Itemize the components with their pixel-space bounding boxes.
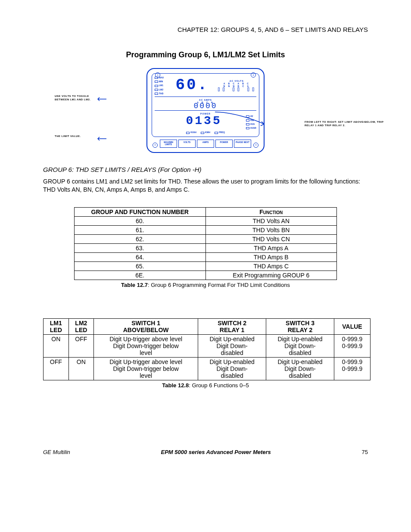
power-led-group: PF KW KVA KVAR <box>246 115 256 130</box>
t2-cell: Digit Up-trigger above levelDigit Down-t… <box>94 357 198 380</box>
amps-display: 0000 <box>155 104 256 109</box>
led-lm1: LM1 <box>155 84 164 87</box>
t1-cell: Exit Programming GROUP 6 <box>206 271 337 280</box>
power-button[interactable]: POWER <box>215 140 233 148</box>
led-kvah: KVAH <box>186 131 196 134</box>
t2-head-1: LM2LED <box>68 318 94 334</box>
caption-rest: : Group 6 Functions 0–5 <box>189 382 249 389</box>
led-freq: FREQ <box>215 131 225 134</box>
table-12-8: LM1LED LM2LED SWITCH 1ABOVE/BELOW SWITCH… <box>43 318 371 380</box>
t1-cell: THD Amps C <box>206 261 337 271</box>
chapter-header: CHAPTER 12: GROUPS 4, 5, AND 6 – SET LIM… <box>43 26 368 33</box>
t1-head-1: Function <box>206 207 337 216</box>
t2-cell: Digit Up-enabledDigit Down-disabled <box>198 334 266 357</box>
t1-head-0: GROUP AND FUNCTION NUMBER <box>75 207 206 216</box>
led-kwh: KWH <box>201 131 210 134</box>
maxmin-limits-button[interactable]: MAX/MIN LIMITS <box>160 140 177 148</box>
table-12-8-caption: Table 12.8: Group 6 Functions 0–5 <box>43 382 368 389</box>
t2-cell: Digit Up-enabledDigit Down-disabled <box>198 357 266 380</box>
bottom-led-row: KVAH KWH FREQ <box>155 131 256 134</box>
button-row: MAX/MIN LIMITS VOLTS AMPS POWER PHASE NE… <box>152 140 259 148</box>
t2-cell: OFF <box>68 334 94 357</box>
arrow-left-2-icon <box>97 136 107 141</box>
led-pf: PF <box>246 115 256 118</box>
volts-bars: ▯▯ ▯▯ ▯▯ <box>217 87 256 91</box>
t1-cell: THD Amps A <box>206 243 337 252</box>
t2-head-5: VALUE <box>334 318 370 334</box>
page-number: 75 <box>362 449 368 455</box>
page-footer: GE Multilin EPM 5000 series Advanced Pow… <box>43 449 368 455</box>
t2-cell: ON <box>68 357 94 380</box>
annotation-right-1: FROM LEFT TO RIGHT: SET LIMIT ABOVE/BELO… <box>305 121 386 128</box>
t1-cell: 61. <box>75 225 206 234</box>
table-12-7: GROUP AND FUNCTION NUMBER Function 60.TH… <box>74 207 337 280</box>
t2-cell: 0-999.90-999.9 <box>334 357 370 380</box>
led-thd: THD <box>155 92 164 95</box>
table-12-7-caption: Table 12.7: Group 6 Programming Format F… <box>43 282 368 288</box>
t2-cell: OFF <box>44 357 69 380</box>
volts-button[interactable]: VOLTS <box>178 140 196 148</box>
amps-button[interactable]: AMPS <box>197 140 214 148</box>
page-title: Programming Group 6, LM1/LM2 Set Limits <box>43 50 368 59</box>
t1-cell: 62. <box>75 234 206 243</box>
led-max: MAX <box>155 76 164 79</box>
t2-cell: ON <box>44 334 69 357</box>
t2-cell: Digit Up-enabledDigit Down-disabled <box>266 334 334 357</box>
screw-icon <box>253 143 258 148</box>
t2-head-2: SWITCH 1ABOVE/BELOW <box>94 318 198 334</box>
led-min: MIN <box>155 80 164 83</box>
t2-cell: 0-999.90-999.9 <box>334 334 370 357</box>
t2-head-3: SWITCH 2RELAY 1 <box>198 318 266 334</box>
led-lm2: LM2 <box>155 88 164 91</box>
t1-cell: THD Volts BN <box>206 225 337 234</box>
t1-cell: THD Volts CN <box>206 234 337 243</box>
annotation-left-2: THE LIMIT VALUE. <box>55 135 98 138</box>
t1-cell: THD Volts AN <box>206 216 337 225</box>
led-kw: KW <box>246 119 256 121</box>
caption-rest: : Group 6 Programming Format For THD Lim… <box>148 282 290 288</box>
caption-bold: Table 12.7 <box>121 282 148 288</box>
body-paragraph: GROUP 6 contains LM1 and LM2 set limits … <box>43 177 368 194</box>
caption-bold: Table 12.8 <box>162 382 189 389</box>
screw-icon <box>153 143 158 148</box>
footer-mid: EPM 5000 series Advanced Power Meters <box>161 449 271 455</box>
t1-cell: 64. <box>75 252 206 261</box>
t2-head-4: SWITCH 3RELAY 2 <box>266 318 334 334</box>
t1-cell: 60. <box>75 216 206 225</box>
group-heading: GROUP 6: THD SET LIMITS / RELAYS (For Op… <box>43 166 368 173</box>
led-kva: KVA <box>246 123 256 125</box>
meter-figure: USE VOLTS TO TOGGLE BETWEEN LM1 AND LM2.… <box>43 68 368 153</box>
footer-left: GE Multilin <box>43 449 70 455</box>
phase-next-button[interactable]: PHASE NEXT <box>234 140 251 148</box>
segment-display-top: 60. <box>175 78 209 93</box>
led-group-left: MAX MIN LM1 LM2 THD <box>155 76 164 95</box>
t2-cell: Digit Up-enabledDigit Down-disabled <box>266 357 334 380</box>
t2-cell: Digit Up-trigger above levelDigit Down-t… <box>94 334 198 357</box>
t1-cell: THD Amps B <box>206 252 337 261</box>
arrow-left-1-icon <box>97 96 107 102</box>
t1-cell: 6E. <box>75 271 206 280</box>
t2-head-0: LM1LED <box>44 318 69 334</box>
t1-cell: 65. <box>75 261 206 271</box>
annotation-left-1: USE VOLTS TO TOGGLE BETWEEN LM1 AND LM2. <box>55 95 98 102</box>
t1-cell: 63. <box>75 243 206 252</box>
led-kvar: KVAR <box>246 127 256 129</box>
segment-display-bottom: 0135 <box>186 115 221 127</box>
